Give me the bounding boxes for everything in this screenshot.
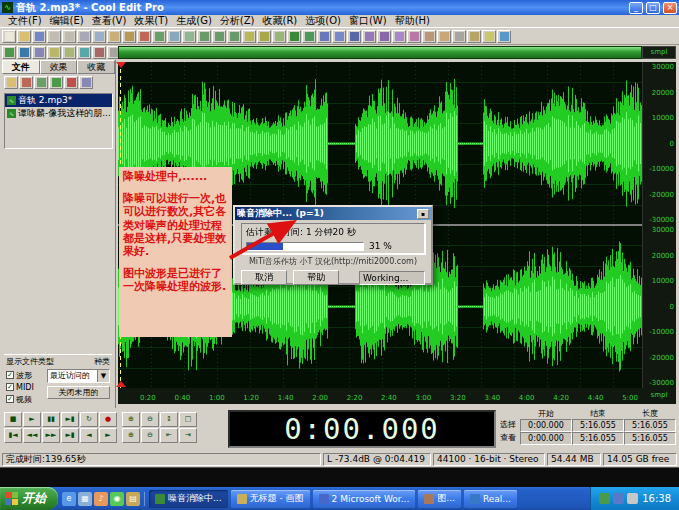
- taskbar-button[interactable]: Real...: [464, 490, 517, 508]
- spectral-view-button[interactable]: [17, 46, 31, 59]
- range-length-value[interactable]: 5:16.055: [624, 419, 676, 432]
- undo-button[interactable]: [47, 30, 61, 43]
- organizer-tab[interactable]: 效果: [40, 60, 78, 74]
- fast-forward-button[interactable]: ►►: [42, 428, 60, 443]
- menu-item[interactable]: 查看(V): [88, 14, 131, 28]
- waveform-view-button[interactable]: [2, 46, 16, 59]
- trim-button[interactable]: [152, 30, 166, 43]
- folder-quicklaunch-icon[interactable]: ▤: [126, 492, 140, 506]
- timeline-ruler[interactable]: 0:200:401:001:201:402:002:202:403:003:20…: [118, 388, 642, 404]
- zoom-out-horizontal-button[interactable]: ⊖: [141, 412, 159, 427]
- zoom-full-button[interactable]: ↕: [160, 412, 178, 427]
- zoom-to-selection-button[interactable]: □: [179, 412, 197, 427]
- range-end-value[interactable]: 5:16.055: [572, 419, 624, 432]
- zoom-in-button[interactable]: [197, 30, 211, 43]
- play-to-end-button[interactable]: ►▮: [61, 412, 79, 427]
- menu-item[interactable]: 生成(G): [172, 14, 216, 28]
- menu-item[interactable]: 选项(O): [301, 14, 345, 28]
- zoom-in-horizontal-button[interactable]: ⊕: [122, 412, 140, 427]
- range-end-value[interactable]: 5:16.055: [572, 432, 624, 445]
- messenger-icon[interactable]: ◉: [110, 492, 124, 506]
- info-button[interactable]: [77, 46, 91, 59]
- dialog-close-button[interactable]: ▪: [417, 209, 429, 219]
- media-player-icon[interactable]: ♪: [94, 492, 108, 506]
- range-start-value[interactable]: 0:00.000: [520, 432, 572, 445]
- zoom-in-vertical-button[interactable]: ⊕: [122, 428, 140, 443]
- copy-button[interactable]: [92, 30, 106, 43]
- organizer-stop-button[interactable]: [64, 76, 78, 89]
- organizer-tab[interactable]: 文件: [2, 60, 40, 74]
- zoom-out-vertical-button[interactable]: ⊖: [141, 428, 159, 443]
- ie-quicklaunch-icon[interactable]: e: [62, 492, 76, 506]
- horizontal-overview-bar[interactable]: [118, 46, 642, 59]
- help-button[interactable]: [497, 30, 511, 43]
- filetype-checkbox[interactable]: MIDI: [6, 381, 44, 393]
- graphic-eq-button[interactable]: [347, 30, 361, 43]
- multitrack-view-button[interactable]: [32, 46, 46, 59]
- file-list-item[interactable]: ∿ 音轨 2.mp3*: [5, 94, 112, 107]
- organizer-play-button[interactable]: [49, 76, 63, 89]
- volume-tray-icon[interactable]: [613, 493, 624, 504]
- fft-filter-button[interactable]: [317, 30, 331, 43]
- convert-sample-type-button[interactable]: [452, 30, 466, 43]
- organizer-properties-button[interactable]: [79, 76, 93, 89]
- next-cue-button[interactable]: ►: [99, 428, 117, 443]
- new-file-button[interactable]: [2, 30, 16, 43]
- mix-paste-button[interactable]: [122, 30, 136, 43]
- cancel-button[interactable]: 取消: [241, 270, 287, 285]
- amplify-button[interactable]: [242, 30, 256, 43]
- cue-list-button[interactable]: [47, 46, 61, 59]
- help-button[interactable]: 帮助: [293, 270, 339, 285]
- paste-button[interactable]: [107, 30, 121, 43]
- menu-item[interactable]: 文件(F): [4, 14, 46, 28]
- zoom-selection-button[interactable]: [227, 30, 241, 43]
- network-tray-icon[interactable]: [627, 493, 638, 504]
- cd-player-button[interactable]: [482, 30, 496, 43]
- cut-button[interactable]: [77, 30, 91, 43]
- filetype-checkbox[interactable]: 视频: [6, 393, 44, 405]
- maximize-button[interactable]: □: [646, 2, 660, 14]
- taskbar-button[interactable]: 2 Microsoft Wor...: [313, 490, 416, 508]
- delay-button[interactable]: [392, 30, 406, 43]
- quick-filter-button[interactable]: [332, 30, 346, 43]
- pause-button[interactable]: ▮▮: [42, 412, 60, 427]
- flanger-button[interactable]: [407, 30, 421, 43]
- chevron-down-icon[interactable]: ▼: [97, 370, 109, 382]
- filetype-checkbox[interactable]: 波形: [6, 369, 44, 381]
- selection-start-marker[interactable]: [116, 62, 126, 68]
- menu-item[interactable]: 窗口(W): [345, 14, 391, 28]
- zoom-left-edge-button[interactable]: ⇤: [160, 428, 178, 443]
- close-button[interactable]: ×: [663, 2, 677, 14]
- organizer-insert-button[interactable]: [34, 76, 48, 89]
- zoom-out-button[interactable]: [212, 30, 226, 43]
- taskbar-button[interactable]: 无标题 - 画图: [231, 490, 310, 508]
- batch-process-button[interactable]: [467, 30, 481, 43]
- envelope-button[interactable]: [272, 30, 286, 43]
- clock[interactable]: 16:38: [642, 493, 671, 504]
- frequency-analysis-button[interactable]: [92, 46, 106, 59]
- pitch-bender-button[interactable]: [437, 30, 451, 43]
- open-file-button[interactable]: [17, 30, 31, 43]
- antivirus-tray-icon[interactable]: [599, 493, 610, 504]
- taskbar-button[interactable]: 图...: [418, 490, 461, 508]
- show-desktop-icon[interactable]: ▦: [78, 492, 92, 506]
- time-stretch-button[interactable]: [422, 30, 436, 43]
- time-display[interactable]: 0:00.000: [228, 410, 496, 448]
- dialog-title-bar[interactable]: 噪音消除中... (p=1) ▪: [235, 207, 431, 220]
- record-button[interactable]: ●: [99, 412, 117, 427]
- save-file-button[interactable]: [32, 30, 46, 43]
- minimize-button[interactable]: _: [629, 2, 643, 14]
- noise-reduction-button[interactable]: [287, 30, 301, 43]
- sort-dropdown[interactable]: 最近访问的 ▼: [47, 369, 110, 383]
- close-unused-button[interactable]: 关闭未用的: [47, 386, 110, 399]
- play-list-button[interactable]: [62, 46, 76, 59]
- zoom-right-edge-button[interactable]: ⇥: [179, 428, 197, 443]
- selection-start-marker-bottom[interactable]: [116, 381, 126, 387]
- zero-crossing-button[interactable]: [182, 30, 196, 43]
- file-list-item[interactable]: ∿ 谭咏麟-像我这样的朋...: [5, 107, 112, 120]
- redo-button[interactable]: [62, 30, 76, 43]
- range-length-value[interactable]: 5:16.055: [624, 432, 676, 445]
- stop-button[interactable]: ■: [4, 412, 22, 427]
- click-removal-button[interactable]: [302, 30, 316, 43]
- menu-item[interactable]: 编辑(E): [46, 14, 88, 28]
